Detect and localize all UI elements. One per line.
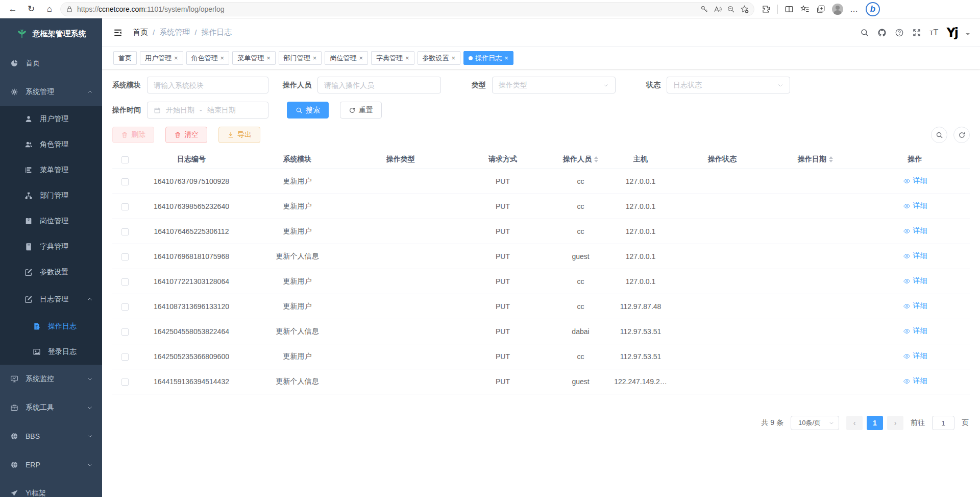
delete-button[interactable]: 删除 <box>112 127 154 143</box>
tab-role-management[interactable]: 角色管理× <box>186 51 230 65</box>
extensions-icon[interactable] <box>762 5 771 14</box>
sidebar-item-system-tools[interactable]: 系统工具 <box>0 393 102 422</box>
type-select[interactable]: 操作类型 <box>492 77 616 93</box>
app-logo[interactable]: 意框架管理系统 <box>0 18 102 49</box>
start-date-placeholder[interactable]: 开始日期 <box>166 106 194 115</box>
close-icon[interactable]: × <box>266 54 271 62</box>
breadcrumb-home[interactable]: 首页 <box>133 28 148 37</box>
clear-button[interactable]: 清空 <box>165 127 207 143</box>
sidebar-item-dict-management[interactable]: 字典管理 <box>0 234 102 259</box>
sidebar-item-system-management[interactable]: 系统管理 <box>0 78 102 106</box>
detail-link[interactable]: 详细 <box>903 276 927 286</box>
favorites-icon[interactable] <box>800 5 810 14</box>
close-icon[interactable]: × <box>220 54 225 62</box>
row-checkbox[interactable] <box>121 353 129 361</box>
sidebar-item-operation-log[interactable]: 操作日志 <box>0 314 102 339</box>
sidebar-item-role-management[interactable]: 角色管理 <box>0 132 102 157</box>
fullscreen-icon[interactable] <box>912 28 921 37</box>
sort-icon[interactable] <box>594 156 598 162</box>
address-bar[interactable]: https://ccnetcore.com:1101/system/log/op… <box>60 2 754 16</box>
toggle-search-button[interactable] <box>931 127 947 143</box>
profile-avatar[interactable] <box>832 4 843 15</box>
tab-user-management[interactable]: 用户管理× <box>140 51 183 65</box>
detail-link[interactable]: 详细 <box>903 201 927 210</box>
select-all-checkbox[interactable] <box>121 156 129 163</box>
detail-link[interactable]: 详细 <box>903 301 927 311</box>
tab-dept-management[interactable]: 部门管理× <box>279 51 322 65</box>
detail-link[interactable]: 详细 <box>903 326 927 336</box>
page-size-select[interactable]: 10条/页 <box>791 416 839 430</box>
row-checkbox[interactable] <box>121 178 129 185</box>
page-1-button[interactable]: 1 <box>867 416 883 430</box>
row-checkbox[interactable] <box>121 278 129 286</box>
collections-icon[interactable] <box>816 5 825 14</box>
sidebar-item-erp[interactable]: ERP <box>0 451 102 479</box>
detail-link[interactable]: 详细 <box>903 226 927 235</box>
close-icon[interactable]: × <box>405 54 409 62</box>
close-icon[interactable]: × <box>452 54 456 62</box>
detail-link[interactable]: 详细 <box>903 176 927 185</box>
collapse-sidebar-icon[interactable] <box>112 28 124 37</box>
end-date-placeholder[interactable]: 结束日期 <box>207 106 236 115</box>
col-operator[interactable]: 操作人员 <box>554 155 607 164</box>
bing-chat-icon[interactable]: b <box>866 2 880 16</box>
tab-home[interactable]: 首页 <box>113 51 137 65</box>
sort-icon[interactable] <box>829 156 833 162</box>
status-select[interactable]: 日志状态 <box>667 77 790 93</box>
row-checkbox[interactable] <box>121 203 129 210</box>
zoom-out-icon[interactable] <box>727 5 735 14</box>
sidebar-item-login-log[interactable]: 登录日志 <box>0 339 102 365</box>
close-icon[interactable]: × <box>359 54 363 62</box>
add-favorite-icon[interactable] <box>740 5 749 14</box>
sidebar-item-home[interactable]: 首页 <box>0 49 102 78</box>
sidebar-item-post-management[interactable]: 岗位管理 <box>0 208 102 234</box>
sidebar-item-param-settings[interactable]: 参数设置 <box>0 259 102 285</box>
password-key-icon[interactable] <box>700 5 708 14</box>
split-screen-icon[interactable] <box>785 5 794 14</box>
tab-post-management[interactable]: 岗位管理× <box>325 51 368 65</box>
tab-dict-management[interactable]: 字典管理× <box>371 51 414 65</box>
module-input[interactable] <box>154 81 262 89</box>
sidebar-item-system-monitor[interactable]: 系统监控 <box>0 365 102 393</box>
browser-refresh-button[interactable]: ↻ <box>23 2 39 17</box>
font-size-icon[interactable]: тT <box>929 28 938 37</box>
goto-page-input[interactable] <box>932 416 954 430</box>
export-button[interactable]: 导出 <box>218 127 260 143</box>
sidebar-item-log-management[interactable]: 日志管理 <box>0 285 102 314</box>
sidebar-item-yi-framework[interactable]: Yi框架 <box>0 479 102 497</box>
url-text[interactable]: https://ccnetcore.com:1101/system/log/op… <box>77 5 696 13</box>
sidebar-item-bbs[interactable]: BBS <box>0 422 102 451</box>
tab-param-settings[interactable]: 参数设置× <box>418 51 461 65</box>
github-icon[interactable] <box>877 28 887 37</box>
sidebar-item-menu-management[interactable]: 菜单管理 <box>0 157 102 183</box>
date-range-picker[interactable]: 开始日期 - 结束日期 <box>147 102 268 119</box>
sidebar-item-user-management[interactable]: 用户管理 <box>0 106 102 132</box>
row-checkbox[interactable] <box>121 253 129 261</box>
row-checkbox[interactable] <box>121 328 129 336</box>
row-checkbox[interactable] <box>121 303 129 311</box>
close-icon[interactable]: × <box>174 54 178 62</box>
sidebar-item-dept-management[interactable]: 部门管理 <box>0 183 102 208</box>
detail-link[interactable]: 详细 <box>903 351 927 361</box>
col-date[interactable]: 操作日期 <box>771 155 860 164</box>
detail-link[interactable]: 详细 <box>903 251 927 261</box>
help-icon[interactable] <box>895 28 904 37</box>
row-checkbox[interactable] <box>121 378 129 386</box>
row-checkbox[interactable] <box>121 228 129 235</box>
browser-home-button[interactable]: ⌂ <box>42 2 57 17</box>
browser-back-button[interactable]: ← <box>5 2 20 17</box>
close-icon[interactable]: × <box>313 54 317 62</box>
read-aloud-icon[interactable] <box>714 5 722 14</box>
user-avatar-logo[interactable]: Yj <box>946 26 958 40</box>
browser-menu-icon[interactable]: … <box>850 5 859 14</box>
avatar-dropdown-icon[interactable] <box>966 33 970 37</box>
refresh-table-button[interactable] <box>953 127 970 143</box>
prev-page-button[interactable]: ‹ <box>846 416 863 430</box>
next-page-button[interactable]: › <box>887 416 903 430</box>
reset-button[interactable]: 重置 <box>340 102 382 119</box>
search-button[interactable]: 搜索 <box>287 102 329 119</box>
tab-operation-log[interactable]: 操作日志× <box>463 51 513 65</box>
close-icon[interactable]: × <box>504 54 508 62</box>
search-icon[interactable] <box>860 28 869 37</box>
detail-link[interactable]: 详细 <box>903 376 927 386</box>
